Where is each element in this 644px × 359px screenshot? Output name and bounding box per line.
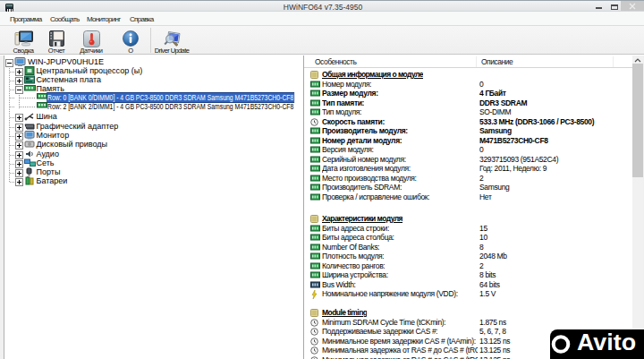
svg-text:Avito: Avito	[577, 329, 636, 355]
